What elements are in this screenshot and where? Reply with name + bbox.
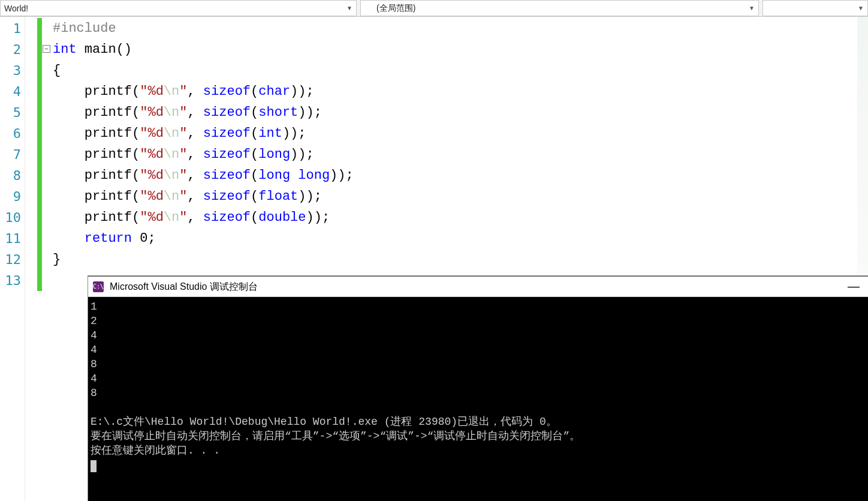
- fold-toggle[interactable]: −: [43, 45, 50, 53]
- console-line: 2: [91, 314, 866, 328]
- minimize-button[interactable]: —: [839, 276, 868, 297]
- line-number: 5: [0, 102, 21, 123]
- chevron-down-icon: ▼: [749, 5, 755, 11]
- console-line: 4: [91, 371, 866, 386]
- console-title: Microsoft Visual Studio 调试控制台: [110, 276, 258, 297]
- line-number: 7: [0, 144, 21, 165]
- console-line: 要在调试停止时自动关闭控制台，请启用“工具”->“选项”->“调试”->“调试停…: [91, 429, 866, 443]
- line-number: 8: [0, 165, 21, 186]
- console-line: 8: [91, 386, 866, 400]
- code-line[interactable]: int main(): [53, 39, 868, 60]
- line-number: 6: [0, 123, 21, 144]
- code-line[interactable]: printf("%d\n", sizeof(float));: [53, 186, 868, 207]
- code-line[interactable]: }: [53, 249, 868, 270]
- line-number: 3: [0, 60, 21, 81]
- chevron-down-icon: ▼: [858, 5, 864, 11]
- scope-dropdown-global[interactable]: (全局范围) ▼: [360, 0, 759, 16]
- code-line[interactable]: #include: [53, 18, 868, 39]
- code-line[interactable]: printf("%d\n", sizeof(long long));: [53, 165, 868, 186]
- console-line: E:\.c文件\Hello World!\Debug\Hello World!.…: [91, 415, 866, 429]
- code-editor[interactable]: 12345678910111213 − #includeint main(){ …: [0, 17, 868, 501]
- line-number: 11: [0, 228, 21, 249]
- code-line[interactable]: printf("%d\n", sizeof(char));: [53, 81, 868, 102]
- navigation-bar: World! ▼ (全局范围) ▼ ▼: [0, 0, 868, 17]
- line-number: 10: [0, 207, 21, 228]
- console-line: 1: [91, 299, 866, 314]
- line-number-gutter: 12345678910111213: [0, 17, 25, 501]
- console-line: 4: [91, 343, 866, 357]
- line-number: 2: [0, 39, 21, 60]
- code-line[interactable]: {: [53, 60, 868, 81]
- dropdown-text: World!: [4, 4, 346, 13]
- cursor-icon: [91, 460, 97, 472]
- dropdown-text: (全局范围): [376, 3, 749, 14]
- debug-console-window: C:\ Microsoft Visual Studio 调试控制台 — 1244…: [88, 276, 868, 501]
- code-line[interactable]: return 0;: [53, 228, 868, 249]
- chevron-down-icon: ▼: [346, 5, 352, 11]
- code-line[interactable]: printf("%d\n", sizeof(short));: [53, 102, 868, 123]
- line-number: 12: [0, 249, 21, 270]
- fold-column: −: [42, 17, 53, 501]
- console-line: 4: [91, 328, 866, 343]
- code-line[interactable]: printf("%d\n", sizeof(long));: [53, 144, 868, 165]
- code-line[interactable]: printf("%d\n", sizeof(double));: [53, 207, 868, 228]
- line-number: 9: [0, 186, 21, 207]
- scope-dropdown-member[interactable]: ▼: [762, 0, 868, 16]
- vs-console-icon: C:\: [93, 281, 104, 292]
- console-titlebar[interactable]: C:\ Microsoft Visual Studio 调试控制台 —: [88, 277, 868, 297]
- line-number: 4: [0, 81, 21, 102]
- line-number: 13: [0, 270, 21, 291]
- code-line[interactable]: printf("%d\n", sizeof(int));: [53, 123, 868, 144]
- scope-dropdown-project[interactable]: World! ▼: [0, 0, 357, 16]
- console-line: 按任意键关闭此窗口. . .: [91, 443, 866, 458]
- console-line: 8: [91, 357, 866, 371]
- console-output[interactable]: 1244848E:\.c文件\Hello World!\Debug\Hello …: [88, 297, 868, 475]
- line-number: 1: [0, 18, 21, 39]
- modification-strip: [37, 17, 42, 501]
